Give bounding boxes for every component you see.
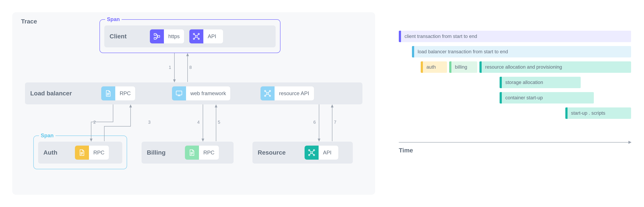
service-billing: Billing RPC <box>142 142 234 164</box>
badge-text: RPC <box>89 146 109 160</box>
arrow-num: 4 <box>197 120 200 125</box>
svg-rect-2 <box>158 36 160 37</box>
badge-resource-api: API <box>304 146 338 160</box>
service-label: Auth <box>44 149 70 156</box>
arrow-num: 8 <box>189 65 192 70</box>
arrow-num: 5 <box>218 120 220 125</box>
service-label: Billing <box>147 149 180 156</box>
trace-title: Trace <box>21 18 37 25</box>
time-axis-label: Time <box>399 147 413 154</box>
trace-panel: Trace Span Client https API Load balance… <box>12 12 375 195</box>
svg-rect-8 <box>176 91 182 95</box>
badge-text: API <box>203 29 223 43</box>
network-icon <box>189 29 203 43</box>
badge-lb-rpc: RPC <box>101 86 135 100</box>
timeline-label: load balancer transaction from start to … <box>414 49 631 55</box>
arrow-num: 7 <box>334 120 336 125</box>
timeline-label: billing <box>452 64 477 70</box>
network-icon <box>260 86 274 100</box>
service-resource: Resource API <box>252 142 353 164</box>
badge-text: API <box>318 146 338 160</box>
file-icon <box>75 146 89 160</box>
timeline-bar-lb: load balancer transaction from start to … <box>412 46 631 58</box>
timeline-bar-resource: resource allocation and provisioning <box>480 61 631 73</box>
span-label: Span <box>105 16 122 22</box>
badge-client-https: https <box>150 29 184 43</box>
badge-text: https <box>164 29 184 43</box>
timeline-bar-billing: billing <box>449 61 477 73</box>
timeline-label: start-up . scripts <box>568 110 631 116</box>
service-label: Load balancer <box>30 90 96 97</box>
badge-lb-web: web framework <box>172 86 230 100</box>
arrow-num: 3 <box>148 120 150 125</box>
badge-text: resource API <box>274 86 314 100</box>
service-auth: Auth RPC <box>38 142 122 164</box>
timeline-panel: client transaction from start to end loa… <box>399 31 631 188</box>
badge-text: RPC <box>199 146 219 160</box>
arrow-num: 1 <box>169 65 171 70</box>
badge-billing-rpc: RPC <box>185 146 219 160</box>
badge-text: web framework <box>186 86 230 100</box>
arrow-num: 6 <box>313 120 316 125</box>
svg-rect-1 <box>154 38 156 39</box>
timeline-label: auth <box>423 64 447 70</box>
timeline-bar-client: client transaction from start to end <box>399 31 631 42</box>
badge-auth-rpc: RPC <box>75 146 109 160</box>
network-icon <box>304 146 318 160</box>
span-label: Span <box>39 132 56 139</box>
timeline-bar-auth: auth <box>421 61 447 73</box>
badge-client-api: API <box>189 29 223 43</box>
svg-rect-0 <box>154 34 156 35</box>
badge-lb-resource: resource API <box>260 86 314 100</box>
service-label: Client <box>110 33 144 40</box>
badge-text: RPC <box>115 86 135 100</box>
service-client: Client https API <box>104 26 276 47</box>
time-axis <box>399 142 631 142</box>
sitemap-icon <box>150 29 164 43</box>
timeline-bar-container: container start-up <box>500 92 594 104</box>
timeline-bar-storage: storage allocation <box>500 77 581 88</box>
file-icon <box>101 86 115 100</box>
file-icon <box>185 146 199 160</box>
service-label: Resource <box>258 149 299 156</box>
monitor-icon <box>172 86 186 100</box>
timeline-bar-scripts: start-up . scripts <box>565 107 631 119</box>
arrow-num: 2 <box>93 120 96 125</box>
timeline-label: container start-up <box>502 95 594 101</box>
timeline-label: storage allocation <box>502 80 581 85</box>
timeline-label: client transaction from start to end <box>401 34 631 39</box>
timeline-label: resource allocation and provisioning <box>482 64 631 70</box>
service-loadbalancer: Load balancer RPC web framework resource… <box>25 82 362 104</box>
